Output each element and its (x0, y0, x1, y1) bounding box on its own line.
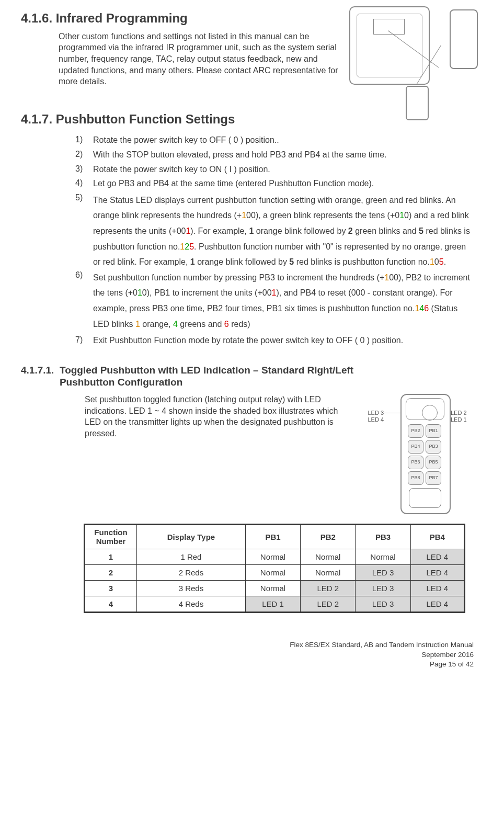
step-number: 4) (75, 178, 93, 189)
table-cell: 3 (85, 581, 137, 596)
led-left-labels: LED 3LED 4 (359, 410, 384, 423)
table-cell: LED 2 (301, 596, 356, 612)
step-text: Set pushbutton function number by pressi… (93, 270, 474, 332)
page-footer: Flex 8ES/EX Standard, AB and Tandem Inst… (21, 640, 474, 669)
step-text: Let go PB3 and PB4 at the same time (ent… (93, 178, 474, 189)
table-cell: Normal (301, 549, 356, 564)
table-cell: 2 Reds (136, 564, 245, 580)
step-number: 2) (75, 149, 93, 161)
step-number: 1) (75, 134, 93, 146)
step-number: 3) (75, 164, 93, 175)
table-cell: 1 (85, 549, 137, 564)
receiver-unit-icon (349, 6, 430, 85)
table-cell: LED 4 (410, 549, 464, 564)
step-number: 7) (75, 335, 93, 346)
col-pb4: PB4 (410, 525, 464, 549)
table-cell: LED 3 (356, 564, 410, 580)
table-cell: 2 (85, 564, 137, 580)
table-cell: LED 4 (410, 596, 464, 612)
footer-page: Page 15 of 42 (21, 660, 474, 669)
step-text: Rotate the power switch key to ON ( I ) … (93, 164, 474, 175)
footer-date: September 2016 (21, 650, 474, 660)
table-row: 33 RedsNormalLED 2LED 3LED 4 (85, 581, 464, 596)
table-cell: Normal (301, 564, 356, 580)
ir-programming-diagram (349, 6, 478, 119)
function-table: Function Number Display Type PB1 PB2 PB3… (85, 525, 464, 612)
table-cell: Normal (356, 549, 410, 564)
table-cell: LED 4 (410, 581, 464, 596)
section-4171-paragraph: Set pushbutton toggled function (latchin… (85, 394, 357, 439)
step-text: The Status LED displays current pushbutt… (93, 193, 474, 270)
table-cell: Normal (245, 581, 300, 596)
pb5-icon: PB5 (426, 456, 441, 469)
pb2-icon: PB2 (408, 424, 423, 438)
step-text: Exit Pushbutton Function mode by rotate … (93, 335, 474, 346)
table-cell: Normal (245, 564, 300, 580)
section-4171-heading: 4.1.7.1. Toggled Pushbutton with LED Ind… (21, 364, 474, 389)
table-row: 11 RedNormalNormalNormalLED 4 (85, 549, 464, 564)
step-text: With the STOP button elevated, press and… (93, 149, 474, 161)
col-pb3: PB3 (356, 525, 410, 549)
table-cell: 4 (85, 596, 137, 612)
remote-outline-icon: PB2PB1 PB4PB3 PB6PB5 PB8PB7 (400, 394, 451, 514)
pb8-icon: PB8 (408, 471, 423, 485)
pb7-icon: PB7 (426, 471, 441, 485)
pb3-icon: PB3 (426, 440, 441, 454)
table-cell: LED 1 (245, 596, 300, 612)
table-row: 44 RedsLED 1LED 2LED 3LED 4 (85, 596, 464, 612)
table-row: 22 RedsNormalNormalLED 3LED 4 (85, 564, 464, 580)
table-cell: LED 2 (301, 581, 356, 596)
ir-programmer-icon (406, 86, 429, 120)
pb1-icon: PB1 (426, 424, 441, 438)
table-cell: 1 Red (136, 549, 245, 564)
table-cell: 4 Reds (136, 596, 245, 612)
transmitter-icon (450, 9, 478, 69)
pb6-icon: PB6 (408, 456, 423, 469)
table-cell: 3 Reds (136, 581, 245, 596)
table-cell: LED 4 (410, 564, 464, 580)
step-number: 5) (75, 193, 93, 270)
footer-title: Flex 8ES/EX Standard, AB and Tandem Inst… (21, 640, 474, 650)
col-function-number: Function Number (85, 525, 137, 549)
transmitter-led-diagram: LED 3LED 4 LED 2LED 1 PB2PB1 PB4PB3 PB6P… (359, 394, 474, 519)
col-pb1: PB1 (245, 525, 300, 549)
col-pb2: PB2 (301, 525, 356, 549)
col-display-type: Display Type (136, 525, 245, 549)
table-cell: Normal (245, 549, 300, 564)
step-text: Rotate the power switch key to OFF ( 0 )… (93, 134, 474, 146)
section-416-paragraph: Other custom functions and settings not … (59, 31, 343, 87)
led-right-labels: LED 2LED 1 (451, 410, 474, 423)
table-header-row: Function Number Display Type PB1 PB2 PB3… (85, 525, 464, 549)
table-cell: LED 3 (356, 596, 410, 612)
table-cell: LED 3 (356, 581, 410, 596)
step-number: 6) (75, 270, 93, 332)
pushbutton-steps-list: 1)Rotate the power switch key to OFF ( 0… (75, 134, 474, 346)
pb4-icon: PB4 (408, 440, 423, 454)
